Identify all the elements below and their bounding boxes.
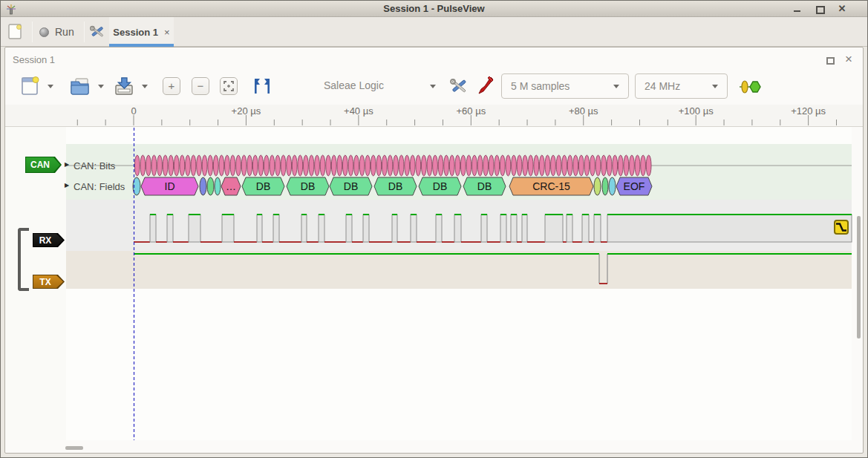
sample-count-value: 5 M samples [511, 80, 570, 92]
run-led-icon [39, 27, 49, 37]
show-cursors-icon[interactable] [252, 78, 273, 94]
tx-trace-band[interactable] [66, 251, 852, 289]
new-view-icon[interactable] [22, 76, 39, 96]
settings-tools-icon[interactable] [89, 24, 105, 40]
run-label: Run [55, 26, 74, 38]
can-decoder-tag[interactable]: CAN [25, 157, 62, 173]
rx-channel-tag[interactable]: RX [33, 233, 65, 247]
can-fields-expander-icon[interactable]: ▶ [65, 182, 69, 189]
zoom-fit-icon [223, 81, 234, 91]
configure-device-icon[interactable] [449, 76, 469, 96]
tx-tag-label: TX [33, 275, 58, 289]
run-button[interactable]: Run [39, 21, 74, 43]
toolbar-separator [32, 22, 33, 42]
maximize-button[interactable] [815, 4, 824, 13]
can-bits-row-label: CAN: Bits [74, 160, 115, 171]
close-button[interactable]: ✕ [838, 4, 846, 13]
main-toolbar: Run Session 1 × [1, 17, 867, 47]
open-file-icon[interactable] [70, 77, 91, 95]
sample-count-arrow [613, 85, 619, 88]
time-ruler[interactable] [5, 105, 863, 127]
save-icon[interactable] [114, 76, 134, 96]
tx-channel-tag[interactable]: TX [33, 275, 65, 289]
falling-edge-icon [835, 221, 847, 233]
device-selector[interactable]: Saleae Logic [324, 79, 384, 91]
zoom-in-button[interactable]: + [163, 77, 180, 95]
vertical-scrollbar[interactable] [857, 216, 861, 338]
add-decoder-icon[interactable] [739, 79, 761, 94]
new-session-icon[interactable] [8, 24, 23, 40]
sample-rate-arrow [712, 85, 718, 88]
minimize-button[interactable] [793, 4, 802, 13]
sample-rate-combobox[interactable]: 24 MHz [635, 73, 728, 99]
tab-label: Session 1 [113, 27, 158, 38]
rx-tag-label: RX [33, 233, 58, 247]
session-maximize-icon[interactable] [826, 57, 835, 65]
channels-probe-icon[interactable] [476, 76, 494, 95]
toolbar-separator [84, 22, 85, 42]
decoder-trace-band[interactable] [66, 144, 852, 200]
can-bits-expander-icon[interactable]: ▶ [65, 161, 69, 168]
window-title: Session 1 - PulseView [1, 3, 867, 14]
zoom-out-button[interactable]: − [192, 77, 209, 95]
tab-close-icon[interactable]: × [164, 27, 170, 38]
sample-count-combobox[interactable]: 5 M samples [501, 73, 629, 99]
horizontal-scrollbar[interactable] [65, 446, 83, 450]
device-dropdown-arrow[interactable] [430, 85, 436, 88]
zoom-fit-button[interactable] [220, 77, 238, 95]
new-view-dropdown-arrow[interactable] [48, 85, 53, 88]
save-dropdown-arrow[interactable] [142, 85, 148, 88]
pulseview-window: Session 1 - PulseView ✕ Run Session 1 × [0, 0, 868, 458]
sample-rate-value: 24 MHz [645, 80, 680, 92]
session-close-icon[interactable]: × [845, 55, 852, 64]
channel-group-bracket[interactable] [18, 228, 29, 291]
session-subwindow-title: Session 1 [13, 54, 55, 65]
title-bar[interactable]: Session 1 - PulseView ✕ [1, 1, 867, 17]
can-tag-label: CAN [25, 157, 55, 173]
falling-edge-trigger-marker[interactable] [834, 220, 849, 235]
can-fields-row-label: CAN: Fields [74, 181, 125, 192]
tab-session-1[interactable]: Session 1 × [109, 17, 174, 47]
open-file-dropdown-arrow[interactable] [98, 85, 104, 88]
rx-trace-band[interactable] [66, 200, 852, 251]
